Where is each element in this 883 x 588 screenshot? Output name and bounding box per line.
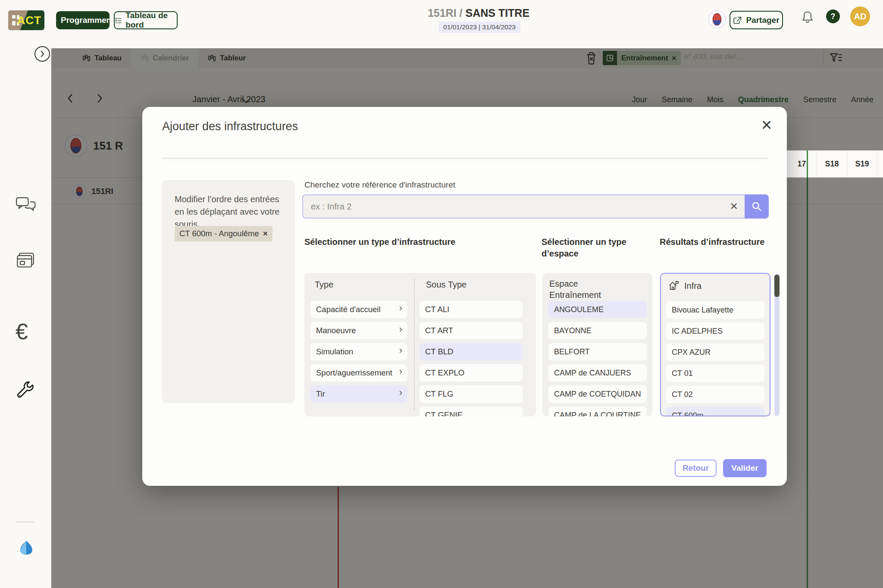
regiment-badge-header[interactable] [708,10,726,28]
modal-close-icon[interactable]: × [756,115,777,135]
espace-item[interactable]: CAMP de COETQUIDAN [548,385,647,403]
espace-item[interactable]: ANGOULEME [548,301,647,318]
messages-button[interactable] [16,196,36,214]
soustype-item-label: CT FLG [425,389,453,399]
add-infrastructure-modal: Ajouter des infrastructures × Modifier l… [142,107,787,486]
infra-search-label: Cherchez votre référence d'infrastructur… [304,180,455,190]
espace-item-label: CAMP de COETQUIDAN [554,390,641,399]
infra-search-group: ex : Infra 2 × [302,194,769,219]
tableau-de-bord-button[interactable]: Tableau de bord [114,11,178,29]
modal-title: Ajouter des infrastructures [162,120,298,133]
stacked-cards-icon [16,252,35,270]
search-button[interactable] [745,194,769,219]
infra-search-input[interactable]: ex : Infra 2 × [302,194,745,219]
type-item[interactable]: Capacité d'accueil › [310,301,407,318]
week-header-cell: S19 [847,150,877,177]
clear-search-icon[interactable]: × [730,199,738,213]
infra-item[interactable]: CT 02 [666,386,764,403]
chevron-right-icon: › [399,303,402,314]
notifications-button[interactable] [801,10,814,25]
tableau-de-bord-label: Tableau de bord [125,11,177,30]
infra-item[interactable]: CT 600m [666,407,764,416]
selected-infra-chip-close-icon[interactable]: × [263,229,268,238]
selected-infra-chip[interactable]: CT 600m - Angoulême × [175,226,272,241]
soustype-item[interactable]: CT EXPLO [420,364,523,382]
infra-results-header: Infra [668,281,701,291]
sidebar-divider [16,522,34,522]
type-item[interactable]: Manoeuvre › [310,322,407,339]
retour-button[interactable]: Retour [675,460,717,477]
selected-infra-chip-label: CT 600m - Angoulême [179,229,259,238]
soustype-item[interactable]: CT ART [420,322,523,339]
type-item[interactable]: Simulation › [310,343,407,360]
search-icon [751,201,762,212]
cards-button[interactable] [16,252,35,270]
partager-label: Partager [746,16,779,25]
infra-item-label: CT 02 [672,390,693,399]
soustype-item[interactable]: CT ALI [420,301,523,318]
week-header-cell: S18 [817,150,847,177]
espace-item[interactable]: BELFORT [548,343,647,360]
type-item-label: Tir [316,389,325,399]
reorder-hint: Modifier l’ordre des entrées en les dépl… [175,193,288,231]
share-icon [733,16,742,25]
infra-item[interactable]: IC ADELPHES [666,322,764,340]
soustype-item[interactable]: CT FLG [420,385,523,403]
infrastructure-icon [668,281,679,291]
section-infrastructure-title: Sélectionner un type d’infrastructure [304,236,503,248]
document-title: 151RI / SANS TITRE [379,7,578,19]
chevron-right-icon: › [399,345,402,356]
type-item[interactable]: Tir › [310,385,407,403]
espace-item[interactable]: CAMP de LA COURTINE [548,407,647,416]
soustype-column-header: Sous Type [426,280,467,290]
type-list: Capacité d'accueil › Manoeuvre › Simulat… [310,301,407,403]
espace-item[interactable]: BAYONNE [548,322,647,339]
document-title-main: SANS TITRE [465,7,529,19]
infra-item-label: CPX AZUR [672,348,711,357]
tools-button[interactable] [16,380,35,400]
type-item[interactable]: Sport/aguerrissement › [310,364,407,382]
programmer-button[interactable]: Programmer [56,11,110,29]
app-root: Tableau Calendrier [0,0,883,588]
infra-item[interactable]: Bivouac Lafayette [666,301,764,319]
espace-item-label: CAMP de CANJUERS [554,369,631,378]
company-logo[interactable] [17,539,35,557]
type-item-label: Simulation [316,347,353,357]
soustype-list: CT ALI CT ART CT BLD CT EXPLO CT FLG CT … [420,301,523,416]
checklist-icon [115,16,122,25]
infra-item-label: Bivouac Lafayette [672,306,733,315]
help-button[interactable]: ? [826,9,840,23]
soustype-item-label: CT BLD [425,347,453,357]
act-logo[interactable]: ACT [8,10,44,30]
espace-item[interactable]: CAMP de CANJUERS [548,364,647,382]
sidebar-collapse-button[interactable] [34,46,50,62]
espace-column-header: Espace Entraînement [549,278,618,300]
infra-list-scrollbar[interactable] [774,274,780,416]
infra-list: Bivouac Lafayette IC ADELPHES CPX AZUR C… [666,301,764,416]
soustype-item-label: CT ART [425,326,453,335]
infra-item-label: CT 01 [672,369,693,378]
espace-panel: Espace Entraînement ANGOULEME BAYONNE BE… [542,273,652,416]
wrench-icon [16,380,35,400]
budget-button[interactable]: € [16,319,28,344]
infra-item[interactable]: CT 01 [666,365,764,382]
user-avatar[interactable]: AD [850,6,870,26]
infra-list-scrollbar-thumb[interactable] [774,275,780,297]
espace-item-label: BELFORT [554,347,590,357]
infra-item-label: IC ADELPHES [672,327,723,336]
espace-item-label: ANGOULEME [554,305,604,314]
date-range-chip[interactable]: 01/01/2023 | 31/04/2023 [438,22,520,33]
section-resultats-title: Résultats d’infrastructure [660,236,772,248]
soustype-item[interactable]: CT GENIE [420,407,523,416]
type-item-label: Manoeuvre [316,326,356,335]
chevron-right-icon: › [399,324,402,335]
document-title-prefix: 151RI / [428,7,466,19]
soustype-item-label: CT ALI [425,305,449,314]
infra-item[interactable]: CPX AZUR [666,344,764,361]
soustype-item[interactable]: CT BLD [420,343,523,360]
column-separator [414,279,415,410]
chat-bubbles-icon [16,196,36,214]
calendar-icon [56,16,57,25]
valider-button[interactable]: Valider [723,459,767,477]
partager-button[interactable]: Partager [730,11,783,29]
